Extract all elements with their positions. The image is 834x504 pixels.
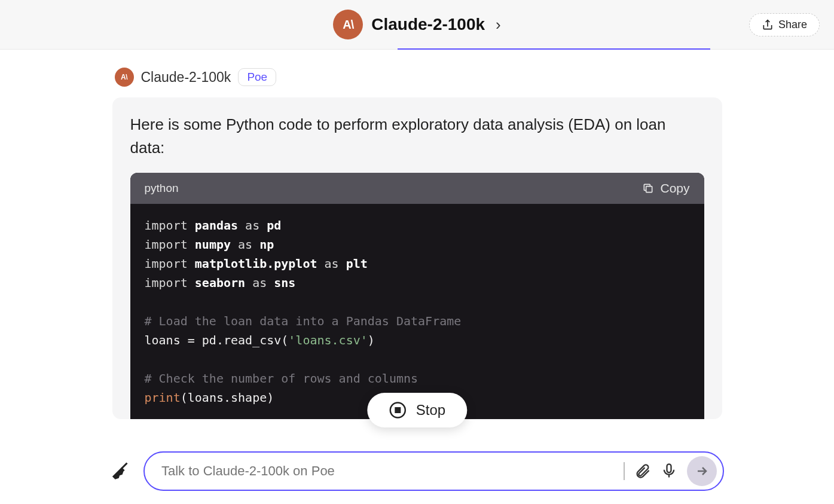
svg-rect-3 <box>667 464 671 472</box>
microphone-icon[interactable] <box>661 463 677 479</box>
chat-content: A\ Claude-2-100k Poe Here is some Python… <box>112 50 722 419</box>
stop-icon <box>389 401 407 419</box>
copy-label: Copy <box>660 181 689 196</box>
share-button[interactable]: Share <box>749 13 820 36</box>
bot-avatar-small: A\ <box>115 68 134 87</box>
message-input-container[interactable] <box>143 451 724 491</box>
message-intro-text: Here is some Python code to perform expl… <box>130 113 704 160</box>
copy-button[interactable]: Copy <box>642 181 689 196</box>
arrow-right-icon <box>695 464 709 478</box>
code-language-label: python <box>145 182 179 195</box>
send-button[interactable] <box>687 456 717 486</box>
bot-avatar-large: A\ <box>333 10 363 39</box>
attachment-icon[interactable] <box>634 463 651 479</box>
clear-icon[interactable] <box>110 460 132 482</box>
share-label: Share <box>778 19 807 31</box>
header-underline <box>398 48 710 50</box>
poe-badge[interactable]: Poe <box>238 68 276 86</box>
code-header: python Copy <box>130 173 704 204</box>
message-input[interactable] <box>161 463 614 479</box>
chevron-right-icon: › <box>496 16 501 34</box>
assistant-message: Here is some Python code to perform expl… <box>112 97 722 419</box>
bot-identity-row: A\ Claude-2-100k Poe <box>112 68 722 87</box>
code-block: python Copy import pandas as pd import n… <box>130 173 704 419</box>
header-title-group[interactable]: A\ Claude-2-100k › <box>333 10 501 39</box>
stop-label: Stop <box>416 402 445 419</box>
svg-rect-0 <box>646 187 652 193</box>
copy-icon <box>642 182 654 194</box>
bot-title: Claude-2-100k <box>371 15 485 34</box>
input-bar <box>110 451 724 491</box>
svg-rect-2 <box>395 408 400 413</box>
stop-button[interactable]: Stop <box>367 393 467 427</box>
bot-name-label: Claude-2-100k <box>141 69 231 85</box>
app-header: A\ Claude-2-100k › Share <box>0 0 834 50</box>
text-cursor <box>624 462 625 480</box>
share-icon <box>762 19 774 31</box>
code-body: import pandas as pd import numpy as np i… <box>130 204 704 419</box>
